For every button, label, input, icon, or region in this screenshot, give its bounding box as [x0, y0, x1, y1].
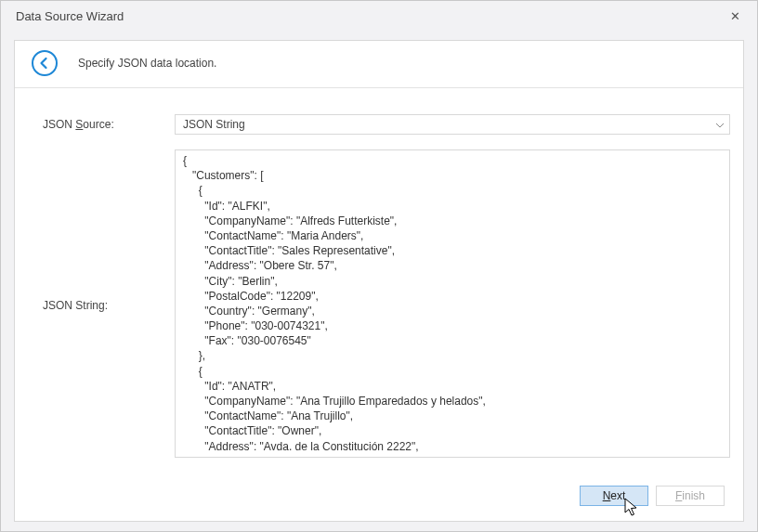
content-panel: Specify JSON data location. JSON Source:…	[14, 40, 744, 522]
wizard-window: Data Source Wizard ✕ Specify JSON data l…	[0, 0, 758, 532]
chevron-down-icon	[716, 118, 724, 131]
wizard-subtitle: Specify JSON data location.	[78, 57, 216, 70]
json-string-label: JSON String:	[43, 149, 175, 458]
back-button[interactable]	[32, 50, 58, 76]
json-string-field-wrap	[175, 149, 730, 458]
json-source-row: JSON Source: JSON String	[43, 114, 730, 135]
wizard-header: Specify JSON data location.	[15, 41, 743, 88]
wizard-footer: Next Finish	[43, 473, 730, 510]
window-title: Data Source Wizard	[16, 9, 724, 23]
next-button[interactable]: Next	[580, 486, 648, 506]
close-icon: ✕	[730, 9, 740, 23]
json-string-input[interactable]	[176, 150, 729, 457]
close-button[interactable]: ✕	[724, 6, 746, 28]
json-source-label: JSON Source:	[43, 114, 175, 131]
form-area: JSON Source: JSON String JSON String: Ne…	[15, 88, 743, 521]
json-source-dropdown[interactable]: JSON String	[175, 114, 730, 135]
arrow-left-icon	[38, 57, 51, 70]
dropdown-selected-text: JSON String	[183, 118, 716, 131]
titlebar: Data Source Wizard ✕	[1, 1, 757, 32]
json-string-row: JSON String:	[43, 149, 730, 458]
finish-button: Finish	[656, 486, 725, 506]
